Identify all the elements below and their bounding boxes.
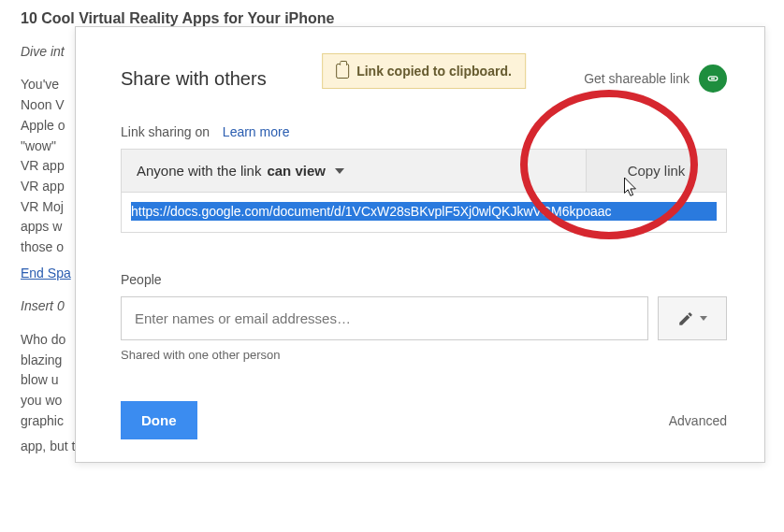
permission-menu-button[interactable] bbox=[658, 296, 727, 340]
people-label: People bbox=[121, 272, 727, 287]
link-icon bbox=[699, 65, 727, 93]
share-url-text: https://docs.google.com/document/d/1VCxW… bbox=[131, 202, 717, 221]
permission-prefix: Anyone with the link bbox=[137, 163, 261, 179]
chevron-down-icon bbox=[335, 168, 344, 174]
people-input[interactable] bbox=[121, 296, 648, 340]
advanced-link[interactable]: Advanced bbox=[669, 413, 727, 428]
shared-with-note: Shared with one other person bbox=[121, 348, 727, 362]
share-dialog: Share with others Link copied to clipboa… bbox=[75, 26, 765, 463]
learn-more-link[interactable]: Learn more bbox=[223, 124, 290, 139]
clipboard-icon bbox=[336, 64, 349, 79]
end-space-link[interactable]: End Spa bbox=[21, 266, 71, 280]
copied-toast: Link copied to clipboard. bbox=[322, 53, 526, 89]
copy-link-button[interactable]: Copy link bbox=[586, 150, 726, 192]
done-button[interactable]: Done bbox=[121, 401, 197, 439]
get-shareable-label: Get shareable link bbox=[584, 71, 690, 86]
permission-level: can view bbox=[267, 163, 326, 179]
toast-text: Link copied to clipboard. bbox=[356, 64, 512, 79]
copy-link-label: Copy link bbox=[628, 163, 686, 179]
dialog-title: Share with others bbox=[121, 68, 267, 90]
link-sharing-status: Link sharing on Learn more bbox=[121, 124, 727, 139]
share-url-field[interactable]: https://docs.google.com/document/d/1VCxW… bbox=[122, 193, 726, 232]
permission-dropdown[interactable]: Anyone with the link can view bbox=[122, 150, 586, 192]
pencil-icon bbox=[677, 310, 694, 327]
chevron-down-icon bbox=[700, 316, 707, 321]
permission-block: Anyone with the link can view Copy link … bbox=[121, 149, 727, 233]
get-shareable-link[interactable]: Get shareable link bbox=[584, 65, 727, 93]
